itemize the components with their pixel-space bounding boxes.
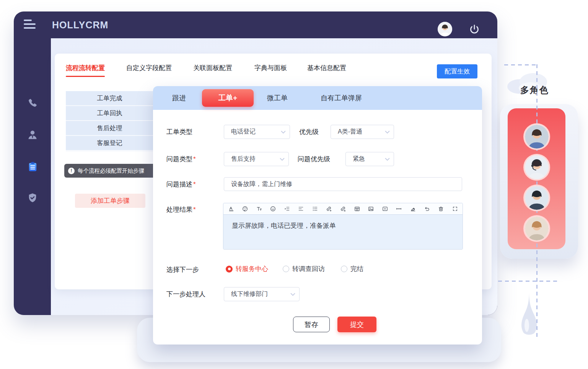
ticket-type-select[interactable]: 电话登记 [224, 125, 290, 139]
add-link-icon[interactable] [326, 206, 332, 212]
agent-avatar-4 [523, 215, 550, 242]
radio-transfer-service-center[interactable]: 转服务中心 [226, 265, 268, 273]
issue-type-select[interactable]: 售后支持 [224, 152, 289, 166]
editor-toolbar [223, 203, 463, 215]
screenshot-stage: HOLLYCRM [0, 0, 588, 369]
issue-priority-select[interactable]: 紧急 [345, 152, 394, 166]
workflow-step-receipt[interactable]: 工单回执 [66, 106, 153, 121]
image-icon[interactable] [368, 206, 375, 212]
issue-priority-label: 问题优先级 [298, 155, 330, 163]
shield-check-icon[interactable] [27, 192, 38, 204]
multi-role-panel [508, 108, 565, 249]
undo-icon[interactable] [423, 206, 430, 212]
phone-icon[interactable] [27, 98, 38, 109]
workflow-step-aftersale[interactable]: 售后处理 [66, 121, 153, 136]
top-bar: HOLLYCRM [14, 11, 497, 38]
modal-tab-followup[interactable]: 跟进 [172, 93, 186, 103]
eraser-icon[interactable] [409, 206, 416, 212]
tab-dictionary-panel[interactable]: 字典与面板 [254, 64, 287, 73]
next-handler-select[interactable]: 线下维修部门 [224, 287, 300, 301]
modal-tab-own-popup[interactable]: 自有工单弹屏 [321, 93, 362, 103]
align-left-icon[interactable] [298, 206, 305, 212]
fullscreen-icon[interactable] [451, 206, 458, 212]
chevron-down-icon [385, 129, 390, 136]
unordered-list-icon[interactable] [311, 206, 318, 212]
font-size-icon[interactable] [256, 206, 262, 212]
agent-avatar-3 [523, 184, 550, 211]
menu-icon[interactable] [24, 20, 37, 30]
radio-unselected-icon [283, 266, 289, 272]
multi-role-label: 多角色 [520, 84, 549, 96]
color-palette-icon[interactable] [242, 206, 249, 212]
notice-text: 每个流程必须配置开始步骤 [78, 167, 144, 175]
emoji-icon[interactable] [270, 206, 277, 212]
power-icon[interactable] [469, 24, 480, 35]
font-style-icon[interactable] [228, 206, 235, 212]
save-draft-button[interactable]: 暂存 [293, 317, 330, 332]
horizontal-rule-icon[interactable] [396, 206, 402, 212]
customer-icon[interactable] [27, 129, 38, 140]
delete-icon[interactable] [437, 206, 444, 212]
next-step-label: 选择下一步 [166, 265, 199, 274]
ticket-clipboard-icon[interactable] [27, 161, 38, 172]
radio-finish[interactable]: 完结 [341, 265, 363, 273]
tab-process-flow-config[interactable]: 流程流转配置 [66, 64, 105, 73]
priority-select[interactable]: A类-普通 [331, 125, 394, 139]
workflow-step-list: 工单完成 工单回执 售后处理 客服登记 [66, 91, 153, 152]
modal-tab-bar: 跟进 工单+ 微工单 自有工单弹屏 [153, 86, 482, 110]
chevron-down-icon [280, 156, 285, 163]
apply-config-button[interactable]: 配置生效 [437, 64, 477, 78]
radio-unselected-icon [341, 266, 347, 272]
tab-linked-panel-config[interactable]: 关联面板配置 [193, 64, 232, 73]
left-nav-rail [14, 38, 51, 315]
video-icon[interactable] [381, 206, 388, 212]
exclamation-icon [68, 168, 75, 174]
result-label: 处理结果* [166, 205, 196, 214]
radio-selected-icon [226, 266, 233, 273]
add-step-button[interactable]: 添加工单步骤 [75, 194, 145, 208]
result-text-area[interactable]: 显示屏故障，电话已受理，准备派单 [223, 215, 463, 250]
workflow-step-complete[interactable]: 工单完成 [66, 91, 153, 106]
dashed-connector-top [504, 64, 538, 65]
dashed-connector-bottom [498, 281, 557, 282]
app-title: HOLLYCRM [52, 11, 108, 38]
next-step-radio-group: 转服务中心 转调查回访 完结 [226, 265, 363, 273]
agent-avatar-1 [523, 123, 550, 150]
tab-custom-field-config[interactable]: 自定义字段配置 [126, 64, 172, 73]
ticket-type-label: 工单类型 [166, 127, 192, 136]
chevron-down-icon [290, 291, 295, 298]
radio-transfer-survey[interactable]: 转调查回访 [283, 265, 325, 273]
issue-type-label: 问题类型* [166, 155, 196, 163]
chevron-down-icon [281, 129, 286, 136]
indent-icon[interactable] [283, 206, 290, 212]
agent-avatar-2 [523, 154, 550, 181]
user-avatar[interactable] [438, 22, 452, 36]
tab-basic-info-config[interactable]: 基本信息配置 [307, 64, 346, 73]
remove-link-icon[interactable] [340, 206, 347, 212]
modal-tab-micro-ticket[interactable]: 微工单 [267, 93, 288, 103]
ticket-modal: 跟进 工单+ 微工单 自有工单弹屏 工单类型 电话登记 优先级 A类-普通 问题… [153, 86, 482, 345]
priority-label: 优先级 [299, 127, 319, 136]
chevron-down-icon [385, 156, 390, 163]
issue-desc-label: 问题描述* [166, 180, 196, 189]
result-rich-text-editor: 显示屏故障，电话已受理，准备派单 [223, 203, 463, 250]
issue-desc-input[interactable]: 设备故障，需上门维修 [224, 177, 462, 191]
table-icon[interactable] [353, 206, 360, 212]
workflow-notice-tooltip: 每个流程必须配置开始步骤 [64, 164, 155, 178]
submit-button[interactable]: 提交 [337, 317, 376, 332]
workflow-step-register[interactable]: 客服登记 [66, 136, 153, 151]
next-handler-label: 下一步处理人 [166, 290, 205, 299]
modal-tab-ticket-plus[interactable]: 工单+ [202, 89, 254, 107]
